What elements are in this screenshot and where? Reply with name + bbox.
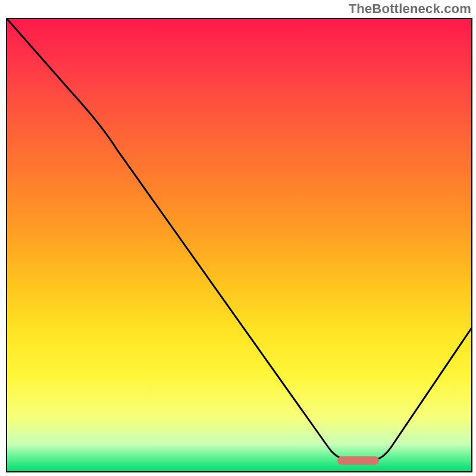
- watermark-text: TheBottleneck.com: [349, 1, 471, 17]
- bottleneck-curve: [7, 19, 471, 471]
- chart-container: TheBottleneck.com: [0, 0, 476, 476]
- plot-area: [6, 18, 472, 472]
- curve-path: [7, 19, 471, 461]
- optimal-range-marker: [337, 456, 379, 465]
